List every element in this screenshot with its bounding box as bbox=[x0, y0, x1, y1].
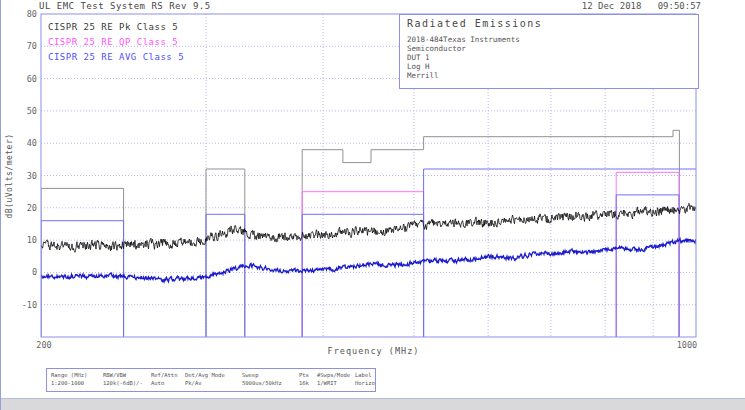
y-tick-label: 80 bbox=[27, 9, 37, 19]
y-tick-label: 30 bbox=[27, 171, 37, 181]
limit-line-0 bbox=[41, 130, 679, 337]
settings-header: Range (MHz) bbox=[51, 372, 99, 378]
y-tick-label: 20 bbox=[27, 203, 37, 213]
limit-legend: CISPR 25 RE Pk Class 5CISPR 25 RE QP Cla… bbox=[48, 20, 184, 65]
legend-item-1: CISPR 25 RE QP Class 5 bbox=[48, 35, 184, 50]
test-info-line: DUT 1 bbox=[407, 53, 698, 62]
x-tick-label-min: 200 bbox=[36, 340, 51, 350]
settings-value: 120k(-6dB)/- bbox=[103, 380, 147, 386]
settings-column: Pts16k bbox=[295, 369, 313, 391]
x-tick-label-max: 1000 bbox=[677, 340, 697, 350]
datetime-stamp: 12 Dec 2018 09:50:57 bbox=[539, 1, 701, 11]
settings-value: 16k bbox=[299, 380, 313, 386]
y-tick-label: -10 bbox=[22, 300, 37, 310]
settings-header: Sweep bbox=[242, 372, 295, 378]
settings-value: Pk/Av bbox=[185, 380, 238, 386]
settings-column: RBW/VBW120k(-6dB)/- bbox=[99, 369, 147, 391]
settings-value: 1:200-1000 bbox=[51, 380, 99, 386]
settings-column: LabelHorizontal bbox=[351, 369, 376, 391]
settings-value: Horizontal bbox=[355, 380, 376, 386]
settings-header: Label bbox=[355, 372, 376, 378]
settings-column: Range (MHz)1:200-1000 bbox=[47, 369, 99, 391]
y-tick-label: 50 bbox=[27, 106, 37, 116]
settings-header: Det/Avg Mode bbox=[185, 372, 238, 378]
settings-value: 1/WRIT bbox=[317, 380, 351, 386]
settings-value: Auto bbox=[151, 380, 181, 386]
settings-column: Sweep5000us/50kHz bbox=[238, 369, 295, 391]
legend-item-0: CISPR 25 RE Pk Class 5 bbox=[48, 20, 184, 35]
test-info-line: Log H bbox=[407, 62, 698, 71]
test-info-line: Semiconductor bbox=[407, 44, 698, 53]
legend-item-2: CISPR 25 RE AVG Class 5 bbox=[48, 50, 184, 65]
y-tick-label: 60 bbox=[27, 74, 37, 84]
test-info-line: Merrill bbox=[407, 71, 698, 80]
test-info-line: 2018-484Texas Instruments bbox=[407, 35, 698, 44]
settings-column: #Swps/Mode1/WRIT bbox=[313, 369, 351, 391]
settings-header: Pts bbox=[299, 372, 313, 378]
settings-column: Ref/AttnAuto bbox=[147, 369, 181, 391]
test-info-lines: 2018-484Texas InstrumentsSemiconductorDU… bbox=[407, 35, 698, 80]
settings-column: Det/Avg ModePk/Av bbox=[181, 369, 238, 391]
settings-value: 5000us/50kHz bbox=[242, 380, 295, 386]
settings-table: Range (MHz)1:200-1000RBW/VBW120k(-6dB)/-… bbox=[46, 368, 376, 392]
x-axis-title: Frequency (MHz) bbox=[261, 346, 486, 356]
app-window: 80706050403020100-102001000 UL EMC Test … bbox=[0, 0, 745, 410]
y-axis-title: dB(uVolts/meter) bbox=[5, 101, 15, 251]
test-info-box: Radiated Emissions 2018-484Texas Instrum… bbox=[399, 14, 699, 89]
y-tick-label: 40 bbox=[27, 138, 37, 148]
settings-header: #Swps/Mode bbox=[317, 372, 351, 378]
app-title: UL EMC Test System RS Rev 9.5 bbox=[39, 1, 211, 11]
test-title: Radiated Emissions bbox=[407, 18, 698, 29]
y-tick-label: 10 bbox=[27, 235, 37, 245]
settings-header: Ref/Attn bbox=[151, 372, 181, 378]
y-tick-label: 0 bbox=[32, 267, 37, 277]
y-tick-label: 70 bbox=[27, 41, 37, 51]
settings-header: RBW/VBW bbox=[103, 372, 147, 378]
window-bottom-edge bbox=[1, 398, 745, 410]
trace-pk bbox=[41, 203, 696, 252]
limit-line-2 bbox=[41, 169, 696, 337]
